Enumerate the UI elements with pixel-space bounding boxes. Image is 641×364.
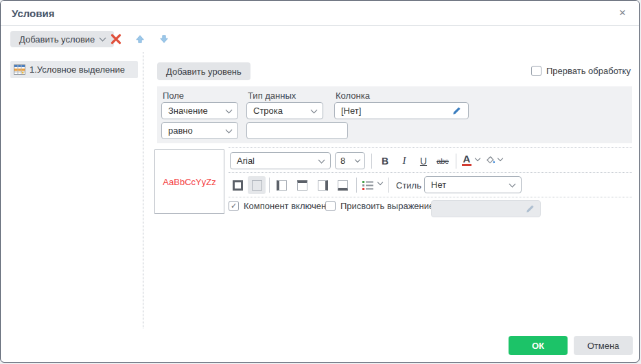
add-level-label: Добавить уровень xyxy=(166,66,242,77)
column-field-value: [Нет] xyxy=(341,106,361,116)
conditions-dialog: Условия × Добавить условие 1.Условн xyxy=(0,0,640,363)
condition-list-item[interactable]: 1.Условное выделение xyxy=(10,61,138,78)
fill-color-button[interactable] xyxy=(483,153,497,167)
font-color-swatch xyxy=(462,164,471,166)
paint-bucket-icon xyxy=(485,154,496,165)
break-processing-checkbox[interactable] xyxy=(531,66,541,76)
delete-condition-icon[interactable] xyxy=(109,32,123,46)
border-top-button[interactable] xyxy=(293,176,311,194)
border-none-button[interactable] xyxy=(248,176,266,194)
line-style-dropdown-icon[interactable] xyxy=(377,180,383,185)
font-family-value: Arial xyxy=(237,156,255,166)
font-color-dropdown-icon[interactable] xyxy=(475,156,480,161)
field-select[interactable]: Значение xyxy=(161,102,238,119)
component-enabled-label: Компонент включен xyxy=(244,201,326,211)
border-all-button[interactable] xyxy=(229,176,246,194)
divider xyxy=(229,172,632,173)
column-field[interactable]: [Нет] xyxy=(334,102,469,119)
font-color-button[interactable]: A xyxy=(460,151,474,169)
style-preview-box: AaBbCcYyZz xyxy=(154,149,224,214)
underline-button[interactable]: U xyxy=(415,152,432,169)
panel-separator xyxy=(143,52,143,328)
break-processing-label: Прервать обработку xyxy=(546,66,631,76)
assign-expression-row: Присвоить выражение xyxy=(325,201,434,211)
style-label: Стиль xyxy=(396,180,421,191)
strikethrough-button[interactable]: abc xyxy=(433,152,452,169)
toolbar-separator xyxy=(356,178,357,193)
dialog-title: Условия xyxy=(1,8,54,19)
expression-field-disabled xyxy=(431,200,541,217)
chevron-down-icon xyxy=(355,157,360,162)
border-left-icon xyxy=(277,180,287,191)
break-processing-row: Прервать обработку xyxy=(531,66,631,76)
toolbar-separator xyxy=(388,178,389,193)
operator-select[interactable]: равно xyxy=(161,122,238,139)
arrow-down-icon xyxy=(159,34,169,44)
cancel-button[interactable]: Отмена xyxy=(574,336,633,355)
border-right-icon xyxy=(318,180,328,191)
style-select[interactable]: Нет xyxy=(424,176,522,193)
cancel-label: Отмена xyxy=(587,341,620,351)
chevron-down-icon xyxy=(100,35,106,42)
datatype-label: Тип данных xyxy=(248,90,296,101)
bold-button[interactable]: B xyxy=(377,152,393,169)
ok-button[interactable]: ОК xyxy=(509,336,568,355)
line-style-list-icon xyxy=(362,180,374,191)
border-bottom-button[interactable] xyxy=(334,176,351,194)
conditional-highlight-icon xyxy=(14,64,25,75)
title-bar: Условия × xyxy=(1,1,639,26)
add-condition-button[interactable]: Добавить условие xyxy=(10,31,114,47)
strikethrough-label: abc xyxy=(436,157,449,165)
compare-value-input[interactable] xyxy=(246,122,348,139)
border-right-button[interactable] xyxy=(314,176,331,194)
red-x-icon xyxy=(110,34,121,45)
chevron-down-icon xyxy=(226,106,233,113)
toolbar-separator xyxy=(456,154,456,169)
italic-label: I xyxy=(403,155,406,167)
chevron-down-icon xyxy=(226,126,233,133)
border-style-list-button[interactable] xyxy=(361,178,375,192)
font-color-label: A xyxy=(463,154,471,164)
fill-color-dropdown-icon[interactable] xyxy=(498,156,503,161)
operator-select-value: равно xyxy=(168,125,193,136)
add-level-button[interactable]: Добавить уровень xyxy=(157,62,250,80)
ok-label: ОК xyxy=(532,341,544,351)
component-enabled-checkbox[interactable]: ✓ xyxy=(229,201,239,211)
arrow-up-icon xyxy=(135,34,145,44)
column-label: Колонка xyxy=(336,90,370,101)
field-label: Поле xyxy=(163,90,184,101)
condition-list-item-label: 1.Условное выделение xyxy=(30,64,125,75)
border-all-icon xyxy=(233,180,243,191)
toolbar-separator xyxy=(371,154,372,169)
component-enabled-row: ✓ Компонент включен xyxy=(229,201,326,211)
font-family-select[interactable]: Arial xyxy=(230,152,331,169)
border-none-icon xyxy=(252,180,262,191)
move-up-icon[interactable] xyxy=(133,32,147,46)
toolbar-separator xyxy=(269,178,270,193)
divider xyxy=(229,147,632,148)
chevron-down-icon xyxy=(509,180,516,187)
style-preview-text: AaBbCcYyZz xyxy=(163,177,215,187)
italic-button[interactable]: I xyxy=(396,152,412,169)
bold-label: B xyxy=(382,156,388,167)
add-condition-label: Добавить условие xyxy=(19,34,95,45)
border-top-icon xyxy=(297,180,307,191)
assign-expression-label: Присвоить выражение xyxy=(340,201,434,211)
datatype-select-value: Строка xyxy=(253,106,283,116)
divider xyxy=(229,197,632,197)
edit-pencil-icon-disabled xyxy=(525,204,535,214)
chevron-down-icon xyxy=(318,156,325,163)
datatype-select[interactable]: Строка xyxy=(246,102,323,119)
field-select-value: Значение xyxy=(168,106,208,116)
close-icon[interactable]: × xyxy=(616,6,629,20)
font-size-select[interactable]: 8 xyxy=(335,152,365,169)
assign-expression-checkbox[interactable] xyxy=(325,201,336,211)
underline-label: U xyxy=(420,156,427,167)
move-down-icon[interactable] xyxy=(157,32,171,46)
border-bottom-icon xyxy=(338,180,348,191)
font-size-value: 8 xyxy=(340,156,345,166)
style-select-value: Нет xyxy=(431,180,446,190)
edit-pencil-icon[interactable] xyxy=(452,106,462,116)
chevron-down-icon xyxy=(311,106,318,113)
border-left-button[interactable] xyxy=(272,176,290,194)
